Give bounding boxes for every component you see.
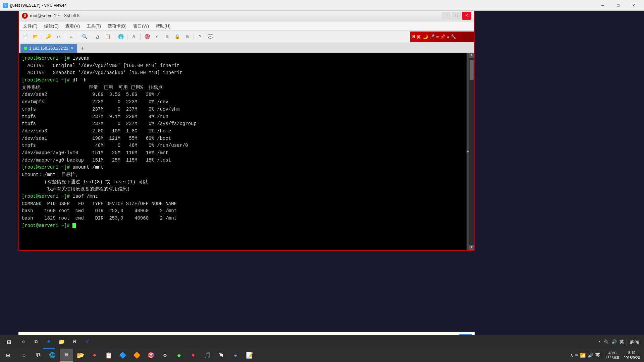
sougou-tool[interactable]: 🔧: [451, 34, 456, 40]
term-line-5: 文件系统 容量 已用 可用 已用% 挂载点: [22, 84, 471, 92]
taskbar-app6[interactable]: ⚙: [158, 349, 172, 362]
undo-button[interactable]: ↩: [54, 32, 63, 42]
taskbar-app3[interactable]: 🔷: [116, 349, 129, 362]
tray-network[interactable]: 🔌: [603, 339, 609, 345]
term-line-19: 找到有关使用该设备的进程的有用信息): [22, 186, 471, 193]
tray-wifi[interactable]: 📶: [580, 353, 586, 358]
tray-keyboard[interactable]: ⌨: [575, 353, 578, 358]
xshell-minimize[interactable]: ─: [442, 12, 451, 20]
tab-status-indicator: [24, 47, 27, 50]
sougou-logo: S: [412, 34, 415, 40]
tab-close-button[interactable]: ✕: [70, 46, 74, 51]
taskbar-app5[interactable]: 🎯: [144, 349, 158, 362]
xshell-tabbar: 1 192.168.253.132:22 ✕ +: [19, 43, 474, 53]
term-line-21: COMMAND PID USER FD TYPE DEVICE SIZE/OFF…: [22, 200, 471, 208]
taskbar-explorer[interactable]: 📁: [56, 335, 68, 349]
sougou-moon[interactable]: 🌙: [423, 34, 428, 40]
taskbar-app7[interactable]: ◆: [172, 349, 186, 362]
close-button[interactable]: ✕: [626, 0, 641, 11]
taskbar-app1[interactable]: ●: [88, 349, 101, 362]
tray-input-method[interactable]: 英: [620, 339, 624, 345]
print-button[interactable]: 🖨: [93, 32, 102, 42]
taskbar: ⊞ ○ ⧉ 🌐 🖥 📂 ● 📋 🔷 🔶 🎯 ⚙ ◆ ♦ 🎵 🖱 ★ 📝 ∧ ⌨ …: [0, 349, 644, 362]
tray-up-arrow[interactable]: ∧: [598, 340, 601, 345]
term-line-10: tmpfs 237M 0 237M 0% /sys/fs/cgroup: [22, 120, 471, 128]
new-tab-button[interactable]: +: [78, 45, 87, 53]
menu-tools[interactable]: 工具(T): [84, 22, 104, 30]
clock-time: 8:19: [624, 350, 640, 355]
temp-value: 49°C: [606, 351, 620, 355]
fullscreen-button[interactable]: ⊞: [162, 32, 172, 42]
start-button[interactable]: ⊞: [0, 349, 16, 362]
taskbar-secondary: ⊞ ○ ⧉ e 📁 W V ∧ 🔌 🔊 英 gDog: [0, 335, 644, 349]
globe-button[interactable]: 🌐: [116, 32, 125, 42]
menu-view[interactable]: 查看(V): [63, 22, 83, 30]
taskbar-clock[interactable]: 8:19 2018/9/20: [622, 350, 641, 361]
sougou-pin[interactable]: 📌: [440, 34, 445, 40]
side-arrow: ▶: [467, 148, 469, 155]
taskbar-app2[interactable]: 📋: [102, 349, 115, 362]
xshell-maximize[interactable]: □: [452, 12, 461, 20]
maximize-button[interactable]: □: [610, 0, 626, 11]
tray-sound[interactable]: 🔊: [588, 353, 593, 358]
tray-chevron[interactable]: ∧: [570, 353, 573, 358]
terminal-scrollbar[interactable]: ▲ ▼: [469, 53, 474, 250]
menu-tabs[interactable]: 选项卡(B): [105, 22, 129, 30]
scrollbar-down[interactable]: ▼: [469, 245, 474, 250]
xshell-titlebar: S root@server1:~ - Xshell 5 ─ □ ✕: [19, 10, 474, 21]
menu-window[interactable]: 窗口(W): [130, 22, 152, 30]
xshell-icon: S: [22, 13, 28, 19]
taskbar-app11[interactable]: ★: [229, 349, 242, 362]
session-tab[interactable]: 1 192.168.253.132:22 ✕: [20, 44, 77, 53]
toolbar-separator-7: [140, 34, 141, 40]
temp-label: CPU温度: [606, 355, 620, 360]
sougou-settings[interactable]: ⚙: [447, 34, 449, 40]
sougou-mic[interactable]: 🎤: [429, 34, 435, 40]
grid-button[interactable]: ⊟: [182, 32, 192, 42]
start-button-bottom[interactable]: ⊞: [1, 335, 17, 349]
taskbar-search-bottom[interactable]: ○: [17, 335, 30, 349]
term-line-18: (有些情况下通过 lsof(8) 或 fuser(1) 可以: [22, 179, 471, 186]
icon-btn-2[interactable]: ⚡: [152, 32, 162, 42]
search-button[interactable]: 🔍: [80, 32, 89, 42]
tray-input[interactable]: 英: [595, 352, 600, 358]
compose-button[interactable]: ✏: [67, 32, 76, 42]
icon-btn-1[interactable]: 🎯: [142, 32, 152, 42]
minimize-button[interactable]: ─: [595, 0, 610, 11]
help-button[interactable]: ?: [196, 32, 205, 42]
font-button[interactable]: A: [129, 32, 139, 42]
tab-label: 1 192.168.253.132:22: [29, 46, 68, 51]
right-side-bar[interactable]: ▶: [467, 53, 469, 250]
xshell-close[interactable]: ✕: [462, 12, 471, 20]
taskbar-app10[interactable]: 🖱: [215, 349, 228, 362]
tray-volume[interactable]: 🔊: [611, 339, 617, 345]
taskbar-app9[interactable]: 🎵: [201, 349, 214, 362]
taskbar-app8[interactable]: ♦: [186, 349, 200, 362]
terminal[interactable]: [root@server1 ~]# lvscan ACTIVE Original…: [19, 53, 474, 250]
taskbar-app12[interactable]: 📝: [243, 349, 256, 362]
sougou-label[interactable]: 英: [417, 34, 421, 40]
scrollbar-thumb[interactable]: [470, 60, 474, 80]
menu-edit[interactable]: 编辑(E): [42, 22, 61, 30]
taskbar-files[interactable]: 📂: [74, 349, 87, 362]
taskbar-chrome[interactable]: 🌐: [46, 349, 59, 362]
lock-button[interactable]: 🔒: [172, 32, 182, 42]
taskbar-xshell[interactable]: 🖥: [60, 349, 73, 362]
taskbar-search[interactable]: ○: [17, 349, 31, 362]
taskbar-visio[interactable]: V: [81, 335, 93, 349]
paste-button[interactable]: 📋: [103, 32, 112, 42]
key-button[interactable]: 🔑: [44, 32, 53, 42]
open-button[interactable]: 📂: [31, 32, 40, 42]
taskbar-word[interactable]: W: [68, 335, 80, 349]
sougou-keyboard[interactable]: ⌨: [436, 34, 439, 40]
menu-help[interactable]: 帮助(H): [153, 22, 173, 30]
taskbar-taskview[interactable]: ⧉: [30, 335, 42, 349]
chat-button[interactable]: 💬: [206, 32, 215, 42]
scrollbar-up[interactable]: ▲: [469, 53, 474, 58]
new-session-button[interactable]: 📄: [20, 32, 30, 42]
taskbar-ie[interactable]: e: [43, 335, 55, 349]
taskbar-app4[interactable]: 🔶: [130, 349, 144, 362]
term-line-23: bash 1829 root cwd DIR 253,0 40960 2 /mn…: [22, 215, 471, 222]
menu-file[interactable]: 文件(F): [20, 22, 40, 30]
taskbar-multitask[interactable]: ⧉: [32, 349, 45, 362]
